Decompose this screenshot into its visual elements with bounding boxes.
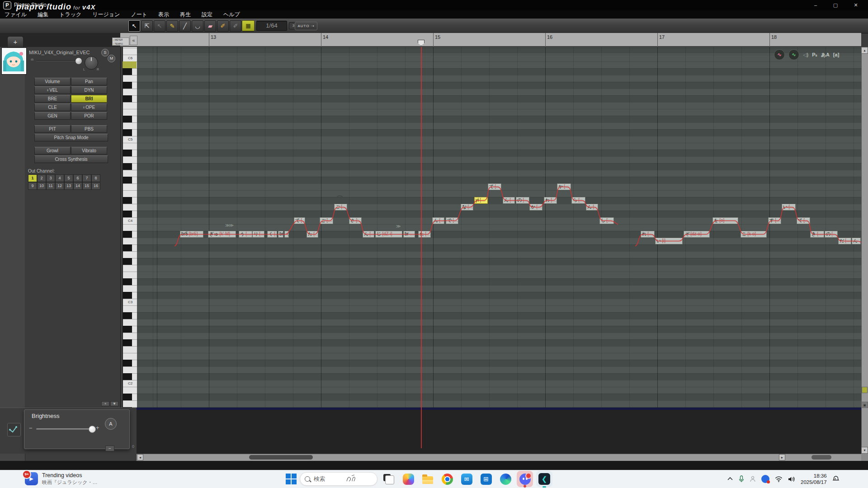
note[interactable]: て[… xyxy=(797,217,810,224)
track-avatar[interactable] xyxy=(1,47,27,75)
lyric-language-icon[interactable]: あA xyxy=(821,52,830,58)
scroll-split-button[interactable]: ▣ xyxy=(861,402,868,408)
speaker-icon[interactable]: ◁) xyxy=(803,52,808,58)
minimize-button[interactable]: – xyxy=(808,0,823,10)
button-cle[interactable]: CLE xyxy=(34,103,71,111)
brightness-auto-button[interactable]: A xyxy=(105,418,117,430)
note[interactable]: ご[… xyxy=(320,217,333,224)
eraser-tool[interactable]: ▰ xyxy=(204,20,216,32)
mail-icon[interactable]: ✉ xyxy=(458,471,475,487)
do-not-disturb-bell-icon[interactable]: z xyxy=(832,475,840,483)
menu--[interactable]: リージョン xyxy=(92,11,120,19)
note[interactable]: じ[dZ i] xyxy=(375,231,402,238)
line-tool[interactable]: ╱ xyxy=(179,20,191,32)
menu--[interactable]: ノート xyxy=(131,11,147,19)
edge-icon[interactable] xyxy=(497,471,514,487)
out-channel-2[interactable]: 2 xyxy=(37,174,46,182)
note[interactable]: だ[… xyxy=(838,238,851,244)
taskbar-clock[interactable]: 18:36 2025/08/17 xyxy=(801,473,827,485)
meter-tempo-badge[interactable]: ▪METER ▪TEMPO xyxy=(112,38,129,46)
volume-slider-knob[interactable] xyxy=(75,57,82,65)
note[interactable]: し[… xyxy=(599,217,614,224)
out-channel-14[interactable]: 14 xyxy=(73,182,82,190)
tray-app-icon[interactable] xyxy=(761,475,769,483)
note[interactable]: ん[… xyxy=(363,231,374,238)
scroll-up-icon[interactable]: ▲ xyxy=(861,47,868,54)
out-channel-9[interactable]: 9 xyxy=(28,182,37,190)
note[interactable]: い[… xyxy=(782,204,796,211)
note[interactable]: い[i] xyxy=(655,238,683,244)
task-view-button[interactable] xyxy=(381,471,397,487)
track-name[interactable]: MIKU_V4X_Original_EVEC xyxy=(29,50,97,55)
button-cross-synthesis[interactable]: Cross Synthesis xyxy=(34,155,108,163)
out-channel-1[interactable]: 1 xyxy=(28,174,37,182)
brightness-slider-track[interactable] xyxy=(36,428,94,430)
add-track-tab[interactable]: + xyxy=(7,36,24,47)
search-box[interactable]: 検索 xyxy=(300,472,377,486)
pencil-tool[interactable]: ✎ xyxy=(166,20,178,32)
note[interactable]: を[o] xyxy=(712,217,738,224)
button-bre[interactable]: BRE xyxy=(34,95,71,103)
note[interactable]: br xyxy=(278,231,283,238)
close-button[interactable]: ✕ xyxy=(848,0,863,10)
note[interactable]: た[… xyxy=(307,231,318,238)
note[interactable]: か[… xyxy=(529,204,542,211)
menu--[interactable]: トラック xyxy=(59,11,81,19)
out-channel-15[interactable]: 15 xyxy=(82,182,91,190)
timeline-ruler[interactable]: 131415161718 xyxy=(120,33,861,47)
out-channel-8[interactable]: 8 xyxy=(91,174,100,182)
horizontal-scroll-thumb[interactable] xyxy=(249,455,313,460)
note[interactable]: き[… xyxy=(810,231,824,238)
note[interactable]: の[… xyxy=(516,197,529,204)
draw-pen-tool[interactable]: ✐ xyxy=(217,20,229,32)
curve-tool[interactable]: ◡ xyxy=(192,20,203,32)
note[interactable]: ん xyxy=(852,238,861,244)
out-channel-6[interactable]: 6 xyxy=(73,174,82,182)
brightness-plus[interactable]: + xyxy=(96,424,99,431)
param-collapse-button[interactable]: − xyxy=(105,446,114,451)
out-channel-16[interactable]: 16 xyxy=(91,182,100,190)
note[interactable]: ぞ[dz o] xyxy=(684,231,710,238)
note[interactable]: で[… xyxy=(446,217,458,224)
start-button[interactable] xyxy=(286,474,297,484)
button-bri[interactable]: BRI xyxy=(71,95,107,103)
note[interactable]: の[… xyxy=(825,231,838,238)
button-growl[interactable]: Growl xyxy=(34,147,71,155)
phoneme-style-icon[interactable]: Pₛ xyxy=(812,52,817,58)
note[interactable]: う[… xyxy=(239,231,252,238)
discord-icon[interactable] xyxy=(517,471,533,487)
pointer-disabled-tool[interactable]: ↖ xyxy=(154,20,165,32)
note[interactable]: た[… xyxy=(418,231,431,238)
brightness-minus[interactable]: − xyxy=(29,425,33,432)
note[interactable]: れ[… xyxy=(641,231,655,238)
volume-slider-track[interactable] xyxy=(36,60,80,61)
pan-knob[interactable] xyxy=(85,56,98,70)
copilot-icon[interactable] xyxy=(400,471,416,487)
note[interactable]: か[… xyxy=(557,183,571,190)
snap-value[interactable]: 1/64 xyxy=(256,21,287,31)
store-icon[interactable]: ⊞ xyxy=(478,471,494,487)
param-add-button[interactable]: + xyxy=(101,401,109,406)
brightness-slider-knob[interactable] xyxy=(89,426,96,433)
note[interactable]: ん[… xyxy=(586,204,598,211)
button-pitch-snap-mode[interactable]: Pitch Snap Mode xyxy=(34,134,108,141)
wifi-icon[interactable] xyxy=(775,476,783,482)
pointer-tool[interactable]: ↖ xyxy=(128,20,140,32)
out-channel-12[interactable]: 12 xyxy=(55,182,64,190)
note[interactable]: br… xyxy=(403,231,415,238)
note[interactable]: ご[… xyxy=(334,204,347,211)
button-dyn[interactable]: DYN xyxy=(71,86,107,94)
vertical-scroll-thumb[interactable] xyxy=(862,387,868,393)
param-dropdown-button[interactable]: ▼ xyxy=(110,401,118,406)
collapse-keys-button[interactable]: « xyxy=(130,36,137,45)
button-vibrato[interactable]: Vibrato xyxy=(71,147,107,155)
widgets-button[interactable]: ▶ 9+ Trending videos 映画『ジュラシック・… xyxy=(25,472,98,485)
piano-roll-grid[interactable] xyxy=(137,47,861,408)
out-channel-11[interactable]: 11 xyxy=(46,182,55,190)
pitch-line-icon[interactable]: ∿ xyxy=(774,49,785,60)
scroll-right-icon[interactable]: ► xyxy=(779,454,785,460)
out-channel-13[interactable]: 13 xyxy=(64,182,73,190)
people-icon[interactable] xyxy=(750,476,756,483)
note[interactable]: り[… xyxy=(252,231,264,238)
out-channel-3[interactable]: 3 xyxy=(46,174,55,182)
